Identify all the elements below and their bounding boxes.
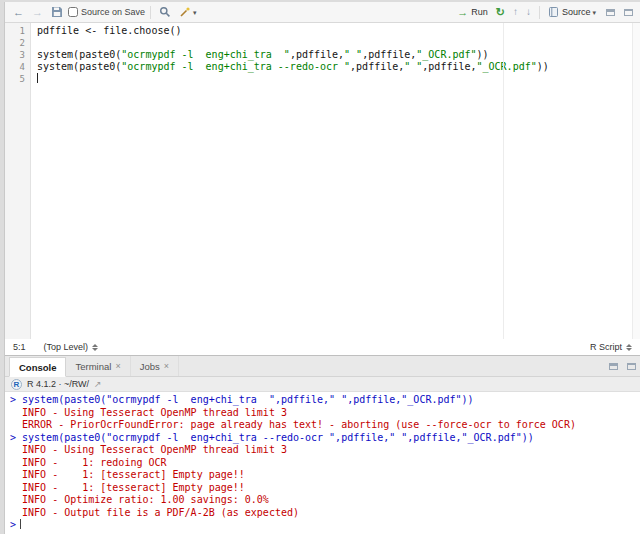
margin-column-line	[503, 23, 504, 339]
toolbar-separator	[539, 6, 540, 19]
code-line[interactable]	[37, 73, 632, 85]
console-line: INFO - Optimize ratio: 1.00 savings: 0.0…	[10, 494, 635, 507]
tab-jobs[interactable]: Jobs×	[131, 356, 179, 376]
rstudio-window: ← → Source on Save ▾ → Run ↻	[4, 2, 640, 534]
source-on-save[interactable]: Source on Save	[68, 7, 145, 17]
console-line: INFO - 1: [tesseract] Empty page!!	[10, 469, 635, 482]
source-toolbar: ← → Source on Save ▾ → Run ↻	[5, 2, 640, 23]
console-output[interactable]: > system(paste0("ocrmypdf -l eng+chi_tra…	[5, 392, 640, 534]
tab-label: Terminal	[75, 361, 111, 372]
line-number: 3	[5, 49, 30, 61]
down-arrow-icon[interactable]: ↓	[523, 4, 534, 21]
line-number: 5	[5, 73, 30, 85]
editor[interactable]: 12345 pdffile <- file.choose()system(pas…	[5, 23, 640, 339]
code-line[interactable]: system(paste0("ocrmypdf -l eng+chi_tra "…	[37, 49, 632, 61]
text-cursor	[37, 73, 38, 83]
console-line: > system(paste0("ocrmypdf -l eng+chi_tra…	[10, 394, 635, 407]
source-on-save-label: Source on Save	[81, 7, 145, 17]
editor-statusbar: 5:1 (Top Level) R Script	[5, 339, 640, 356]
popout-icon[interactable]: ↗	[94, 379, 102, 389]
rerun-icon[interactable]: ↻	[493, 4, 508, 21]
editor-gutter: 12345	[5, 23, 31, 339]
editor-code[interactable]: pdffile <- file.choose()system(paste0("o…	[31, 23, 632, 339]
editor-scrollbar[interactable]	[632, 23, 640, 339]
console-line: ERROR - PriorOcrFoundError: page already…	[10, 419, 635, 432]
minimize-pane-icon[interactable]	[603, 6, 617, 18]
floppy-icon	[51, 6, 63, 18]
r-version-path: R 4.1.2 · ~/RW/	[27, 379, 89, 389]
chevron-down-icon: ▾	[592, 9, 596, 16]
tab-label: Jobs	[140, 361, 160, 372]
maximize-pane-icon[interactable]	[621, 6, 635, 18]
scope-selector[interactable]: (Top Level)	[44, 342, 99, 352]
chevron-down-icon: ▾	[193, 9, 197, 16]
source-label: Source	[562, 8, 591, 17]
console-header: R R 4.1.2 · ~/RW/ ↗	[5, 377, 640, 392]
updown-icon	[92, 344, 98, 351]
close-icon[interactable]: ×	[115, 361, 120, 371]
console-line: INFO - Output file is a PDF/A-2B (as exp…	[10, 507, 635, 520]
code-line[interactable]: pdffile <- file.choose()	[37, 25, 632, 37]
console-tabbar: ConsoleTerminal×Jobs×	[5, 356, 640, 377]
console-cursor	[20, 519, 21, 529]
source-pane: ← → Source on Save ▾ → Run ↻	[5, 2, 640, 356]
save-icon[interactable]	[48, 4, 66, 21]
up-arrow-icon[interactable]: ↑	[510, 4, 521, 21]
console-line: >	[10, 519, 635, 532]
console-line: INFO - Using Tesseract OpenMP thread lim…	[10, 407, 635, 420]
console-pane: ConsoleTerminal×Jobs× R R 4.1.2 · ~/RW/ …	[5, 356, 640, 534]
tab-console[interactable]: Console	[9, 357, 66, 377]
tab-terminal[interactable]: Terminal×	[66, 356, 130, 376]
file-type-label: R Script	[590, 342, 622, 352]
search-icon[interactable]	[156, 4, 174, 21]
updown-icon	[626, 344, 632, 351]
console-line: INFO - 1: redoing OCR	[10, 457, 635, 470]
back-icon[interactable]: ←	[10, 4, 27, 21]
toolbar-separator	[150, 6, 151, 19]
magnifier-icon	[159, 6, 171, 18]
forward-icon[interactable]: →	[29, 4, 46, 21]
file-type-selector[interactable]: R Script	[590, 342, 632, 352]
line-number: 2	[5, 37, 30, 49]
code-line[interactable]	[37, 37, 632, 49]
notebook-icon	[548, 6, 559, 18]
tab-label: Console	[19, 362, 56, 373]
wand-icon	[179, 6, 191, 18]
scope-label: (Top Level)	[44, 342, 89, 352]
source-button[interactable]: Source ▾	[545, 4, 599, 21]
run-icon: →	[457, 7, 468, 18]
line-number: 4	[5, 61, 30, 73]
source-on-save-checkbox[interactable]	[68, 7, 78, 17]
minimize-pane-icon[interactable]	[606, 360, 620, 372]
console-line: INFO - 1: [tesseract] Empty page!!	[10, 482, 635, 495]
console-line: > system(paste0("ocrmypdf -l eng+chi_tra…	[10, 432, 635, 445]
cursor-position: 5:1	[13, 342, 26, 352]
close-icon[interactable]: ×	[164, 361, 169, 371]
code-tools-icon[interactable]: ▾	[176, 4, 200, 21]
maximize-pane-icon[interactable]	[624, 360, 638, 372]
code-line[interactable]: system(paste0("ocrmypdf -l eng+chi_tra -…	[37, 61, 632, 73]
run-label: Run	[471, 8, 488, 17]
r-logo-icon: R	[11, 379, 22, 390]
run-button[interactable]: → Run	[454, 4, 491, 21]
console-line: INFO - Using Tesseract OpenMP thread lim…	[10, 444, 635, 457]
line-number: 1	[5, 25, 30, 37]
